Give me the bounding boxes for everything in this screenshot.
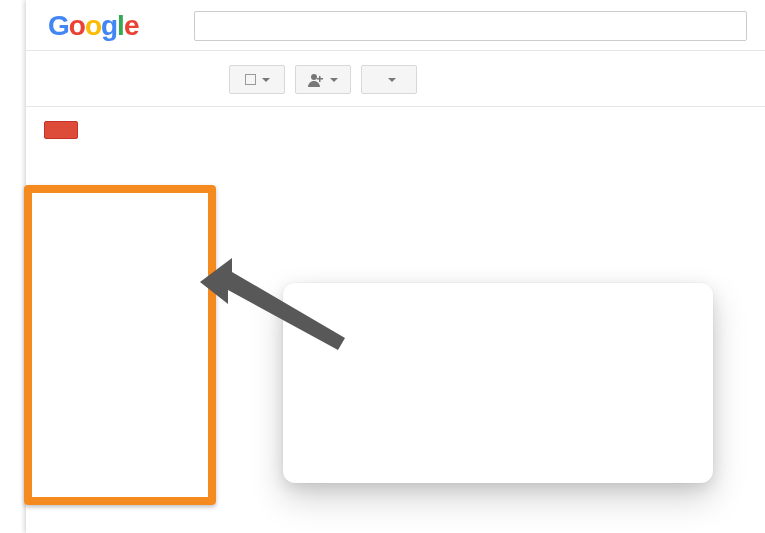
search-input[interactable] — [194, 11, 747, 41]
more-button[interactable] — [361, 65, 417, 94]
callout-card — [283, 283, 713, 483]
person-plus-icon — [308, 73, 324, 87]
chevron-down-icon — [388, 78, 396, 82]
add-to-group-button[interactable] — [295, 65, 351, 94]
google-logo: Google — [44, 10, 194, 42]
highlight-annotation — [24, 185, 216, 505]
chevron-down-icon — [330, 78, 338, 82]
svg-rect-2 — [317, 78, 323, 80]
checkbox-icon — [245, 74, 256, 85]
select-all-button[interactable] — [229, 65, 285, 94]
chevron-down-icon — [262, 78, 270, 82]
svg-point-0 — [311, 74, 317, 80]
new-contact-button[interactable] — [44, 121, 78, 139]
